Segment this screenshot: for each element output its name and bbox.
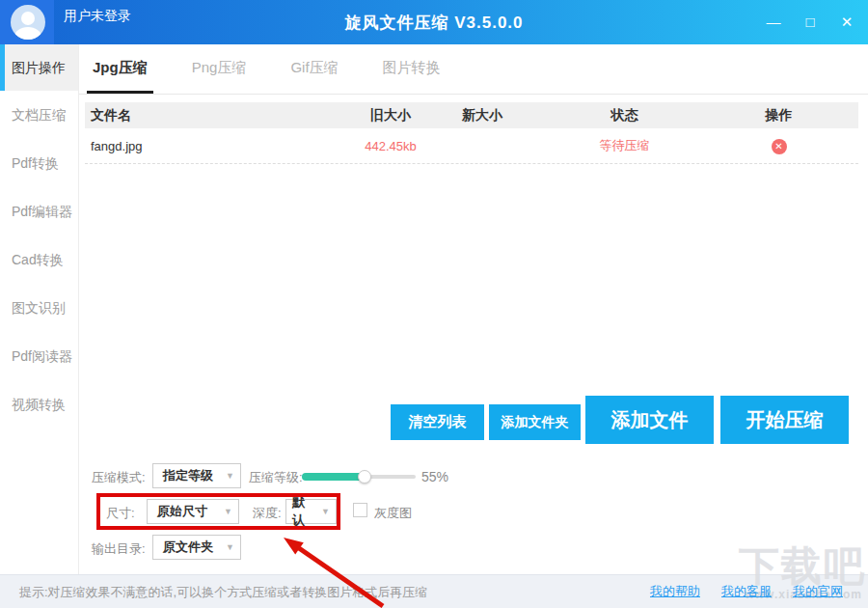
- cell-status: 等待压缩: [530, 137, 719, 154]
- output-dir-select[interactable]: 原文件夹 ▼: [152, 535, 241, 560]
- website-link[interactable]: 我的官网: [793, 583, 843, 600]
- sidebar-item-pdf-reader[interactable]: Pdf阅读器: [0, 332, 78, 380]
- sidebar-item-image-ops[interactable]: 图片操作: [0, 44, 78, 91]
- compress-mode-select[interactable]: 指定等级 ▼: [152, 463, 241, 488]
- compress-mode-label: 压缩模式:: [92, 469, 146, 486]
- help-link[interactable]: 我的帮助: [650, 583, 700, 600]
- chevron-down-icon: ▼: [224, 507, 232, 516]
- tab-gif-compress[interactable]: Gif压缩: [285, 44, 343, 94]
- app-window: 用户未登录 旋风文件压缩 V3.5.0.0 — □ ✕ 图片操作 文档压缩 Pd…: [0, 0, 868, 608]
- compress-level-percent: 55%: [421, 469, 448, 484]
- output-dir-label: 输出目录:: [92, 540, 146, 558]
- cell-filename: fangd.jpg: [85, 139, 347, 153]
- depth-value: 默认: [292, 494, 315, 529]
- minimize-icon[interactable]: —: [762, 11, 785, 34]
- table-header: 文件名 旧大小 新大小 状态 操作: [85, 102, 858, 128]
- sidebar-item-ocr[interactable]: 图文识别: [0, 284, 78, 332]
- grayscale-checkbox[interactable]: [353, 503, 367, 517]
- compress-level-slider[interactable]: [302, 470, 416, 484]
- slider-fill: [302, 473, 365, 481]
- sidebar: 图片操作 文档压缩 Pdf转换 Pdf编辑器 Cad转换 图文识别 Pdf阅读器…: [0, 44, 79, 574]
- size-label: 尺寸:: [106, 505, 135, 522]
- sidebar-item-pdf-convert[interactable]: Pdf转换: [0, 139, 78, 187]
- start-compress-button[interactable]: 开始压缩: [720, 396, 849, 444]
- tab-image-convert[interactable]: 图片转换: [377, 44, 447, 94]
- sidebar-item-doc-compress[interactable]: 文档压缩: [0, 91, 78, 139]
- header-old-size: 旧大小: [347, 107, 434, 124]
- depth-label: 深度:: [253, 505, 282, 522]
- window-title: 旋风文件压缩 V3.5.0.0: [0, 12, 868, 34]
- size-value: 原始尺寸: [157, 503, 207, 520]
- slider-thumb[interactable]: [358, 470, 371, 484]
- status-tip: 提示:对压缩效果不满意的话,可以换个方式压缩或者转换图片格式后再压缩: [19, 584, 427, 601]
- chevron-down-icon: ▼: [226, 471, 234, 481]
- sidebar-item-cad-convert[interactable]: Cad转换: [0, 235, 78, 284]
- tab-png-compress[interactable]: Png压缩: [186, 44, 253, 94]
- header-actions: 操作: [719, 107, 839, 124]
- chevron-down-icon: ▼: [226, 542, 234, 552]
- footer-links: 我的帮助 我的客服 我的官网: [650, 583, 843, 600]
- compress-mode-value: 指定等级: [163, 467, 213, 484]
- header-status: 状态: [530, 107, 719, 124]
- header-new-size: 新大小: [434, 107, 530, 124]
- sidebar-item-video-convert[interactable]: 视频转换: [0, 380, 78, 428]
- add-file-button[interactable]: 添加文件: [585, 396, 714, 444]
- window-controls: — □ ✕: [762, 0, 858, 44]
- maximize-icon[interactable]: □: [799, 11, 822, 34]
- compress-level-label: 压缩等级:: [249, 469, 303, 486]
- tab-jpg-compress[interactable]: Jpg压缩: [87, 44, 153, 94]
- close-icon[interactable]: ✕: [835, 11, 858, 34]
- tab-bar: Jpg压缩 Png压缩 Gif压缩 图片转换: [79, 44, 868, 95]
- header-filename: 文件名: [85, 107, 347, 124]
- clear-list-button[interactable]: 清空列表: [391, 404, 484, 440]
- grayscale-label: 灰度图: [374, 505, 412, 522]
- output-dir-value: 原文件夹: [163, 539, 213, 556]
- table-row: fangd.jpg 442.45kb 等待压缩 ✕: [85, 128, 858, 164]
- titlebar: 用户未登录 旋风文件压缩 V3.5.0.0 — □ ✕: [0, 0, 868, 44]
- size-select[interactable]: 原始尺寸 ▼: [147, 499, 239, 524]
- sidebar-item-pdf-editor[interactable]: Pdf编辑器: [0, 187, 78, 235]
- support-link[interactable]: 我的客服: [721, 583, 772, 600]
- add-folder-button[interactable]: 添加文件夹: [489, 404, 581, 440]
- delete-file-icon[interactable]: ✕: [772, 139, 787, 154]
- chevron-down-icon: ▼: [321, 507, 330, 516]
- cell-old-size: 442.45kb: [347, 139, 434, 153]
- depth-select[interactable]: 默认 ▼: [285, 499, 337, 524]
